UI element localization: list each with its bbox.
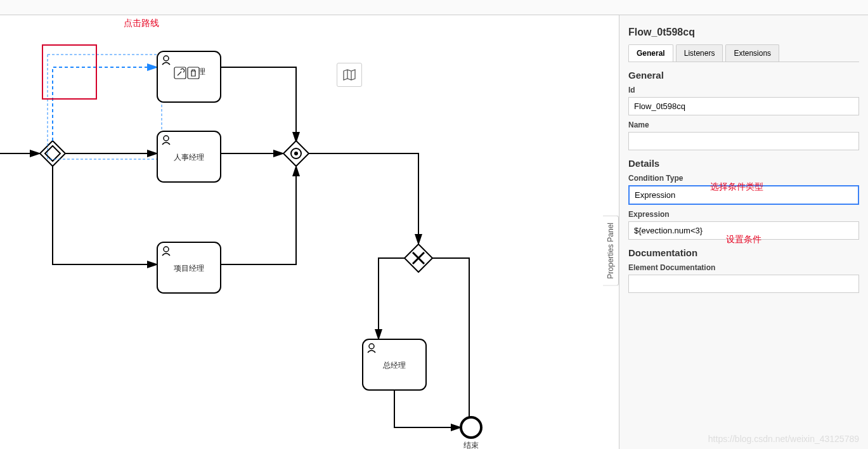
section-documentation: Documentation [628, 247, 859, 258]
svg-point-15 [294, 152, 298, 155]
task-gm[interactable]: 总经理 [363, 339, 426, 390]
section-general: General [628, 70, 859, 81]
tab-general[interactable]: General [628, 44, 673, 62]
watermark: https://blog.csdn.net/weixin_43125789 [708, 434, 859, 444]
flow-gw2-to-gw3[interactable] [309, 153, 418, 244]
app-toolbar [0, 0, 868, 15]
label-expression: Expression [628, 210, 859, 219]
flow-gm-to-end[interactable] [394, 390, 461, 427]
flow-gw3-to-end[interactable] [432, 258, 481, 427]
input-id[interactable] [628, 97, 859, 115]
task-hr[interactable]: 人事经理 [157, 131, 221, 182]
tab-listeners[interactable]: Listeners [676, 44, 723, 62]
annotation-highlight-box [42, 44, 97, 100]
context-pad-wrench[interactable] [174, 67, 186, 79]
svg-text:结束: 结束 [463, 441, 479, 449]
task-pm[interactable]: 项目经理 [157, 242, 221, 293]
properties-panel-toggle[interactable]: Properties Panel [603, 216, 619, 286]
map-icon [342, 69, 356, 81]
label-id: Id [628, 86, 859, 94]
input-name[interactable] [628, 132, 859, 150]
flow-to-pm[interactable] [53, 166, 157, 264]
svg-text:总经理: 总经理 [382, 361, 406, 370]
select-condition-type[interactable] [628, 185, 859, 205]
svg-rect-6 [188, 67, 199, 79]
properties-panel: Flow_0t598cq General Listeners Extension… [619, 15, 868, 449]
end-event[interactable]: 结束 [461, 417, 481, 449]
section-details: Details [628, 158, 859, 169]
minimap-toggle-button[interactable] [337, 63, 362, 87]
gateway-split[interactable] [40, 141, 65, 166]
label-condition-type: Condition Type [628, 174, 859, 183]
flow-pm-to-gw2[interactable] [221, 166, 296, 264]
gateway-exclusive[interactable] [405, 244, 432, 272]
svg-text:项目经理: 项目经理 [174, 264, 204, 273]
flow-top-to-gw2[interactable] [221, 67, 296, 142]
label-name: Name [628, 120, 859, 129]
flow-gw3-to-gm[interactable] [379, 258, 405, 339]
gateway-join[interactable] [283, 141, 309, 166]
svg-point-20 [461, 417, 481, 438]
input-element-documentation[interactable] [628, 275, 859, 293]
svg-text:人事经理: 人事经理 [174, 153, 204, 162]
tab-extensions[interactable]: Extensions [725, 44, 779, 62]
input-expression[interactable] [628, 221, 859, 240]
diagram-canvas[interactable]: 理 人事经理 [0, 15, 619, 449]
context-pad-delete[interactable] [188, 67, 199, 79]
label-element-documentation: Element Documentation [628, 263, 859, 272]
panel-title: Flow_0t598cq [628, 27, 859, 38]
